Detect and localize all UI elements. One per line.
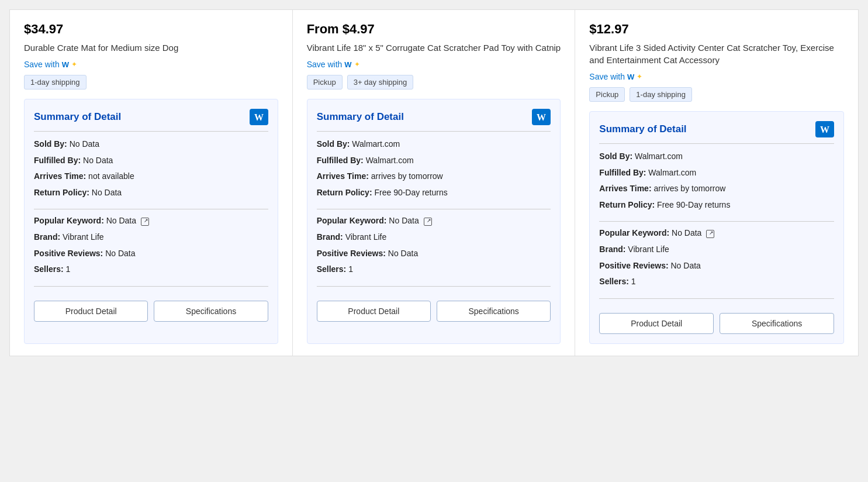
save-with-text: Save with: [589, 72, 625, 81]
external-link-icon[interactable]: [706, 230, 714, 238]
svg-text:W: W: [254, 112, 264, 122]
product-card-3: $12.97Vibrant Life 3 Sided Activity Cent…: [575, 10, 858, 356]
detail-row: Return Policy: Free 90-Day returns: [317, 187, 551, 199]
detail-row: Positive Reviews: No Data: [599, 260, 834, 272]
detail-row: Return Policy: No Data: [34, 187, 268, 199]
svg-text:W: W: [537, 112, 546, 122]
summary-title: Summary of Detail: [317, 111, 404, 123]
detail-row: Sellers: 1: [34, 264, 268, 276]
detail-row: Brand: Vibrant Life: [599, 244, 834, 256]
detail-row: Sold By: Walmart.com: [599, 151, 834, 163]
summary-title: Summary of Detail: [34, 111, 121, 123]
shipping-badges: Pickup1-day shipping: [589, 87, 844, 102]
walmart-logo-icon: W: [250, 109, 268, 125]
detail-row: Arrives Time: arrives by tomorrow: [599, 183, 834, 195]
specifications-button[interactable]: Specifications: [720, 313, 834, 334]
product-title: Durable Crate Mat for Medium size Dog: [24, 42, 278, 54]
popular-keyword-row: Popular Keyword: No Data: [317, 215, 551, 227]
detail-row: Sold By: Walmart.com: [317, 139, 551, 150]
detail-row: Positive Reviews: No Data: [34, 248, 268, 260]
walmart-plus-w: W: [344, 60, 351, 69]
product-detail-button[interactable]: Product Detail: [34, 301, 148, 322]
external-link-icon[interactable]: [141, 218, 149, 226]
product-price: $34.97: [24, 22, 278, 37]
detail-divider-2: [317, 286, 551, 287]
detail-row: Sellers: 1: [317, 264, 551, 276]
save-with-banner[interactable]: Save with W✦: [24, 60, 278, 69]
summary-box: Summary of Detail W Sold By: No DataFulf…: [24, 99, 278, 344]
shipping-badge: 1-day shipping: [630, 87, 692, 102]
button-row: Product DetailSpecifications: [317, 301, 551, 322]
walmart-logo-icon: W: [532, 109, 551, 125]
summary-header: Summary of Detail W: [599, 121, 834, 144]
shipping-badge: 1-day shipping: [24, 75, 87, 89]
detail-divider: [599, 221, 834, 222]
svg-text:W: W: [820, 125, 829, 135]
detail-divider: [34, 209, 268, 209]
shipping-badges: 1-day shipping: [24, 75, 278, 89]
detail-row: Brand: Vibrant Life: [317, 232, 551, 243]
shipping-badge: Pickup: [589, 87, 625, 102]
external-link-icon[interactable]: [424, 218, 432, 226]
detail-row: Sellers: 1: [599, 276, 834, 288]
detail-divider-2: [599, 298, 834, 299]
detail-row: Fulfilled By: No Data: [34, 155, 268, 167]
product-price: $12.97: [589, 22, 844, 37]
shipping-badge: Pickup: [307, 75, 343, 89]
product-title: Vibrant Life 18" x 5" Corrugate Cat Scra…: [307, 42, 561, 54]
save-with-banner[interactable]: Save with W✦: [307, 60, 561, 69]
summary-box: Summary of Detail W Sold By: Walmart.com…: [589, 111, 844, 344]
summary-header: Summary of Detail W: [317, 109, 551, 132]
detail-row: Arrives Time: arrives by tomorrow: [317, 171, 551, 183]
popular-keyword-row: Popular Keyword: No Data: [34, 215, 268, 227]
product-detail-button[interactable]: Product Detail: [599, 313, 714, 334]
product-title: Vibrant Life 3 Sided Activity Center Cat…: [589, 42, 844, 66]
button-row: Product DetailSpecifications: [599, 313, 834, 334]
shipping-badges: Pickup3+ day shipping: [307, 75, 561, 89]
specifications-button[interactable]: Specifications: [437, 301, 551, 322]
save-with-text: Save with: [24, 60, 60, 69]
product-detail-button[interactable]: Product Detail: [317, 301, 431, 322]
popular-keyword-row: Popular Keyword: No Data: [599, 228, 834, 239]
walmart-plus-w: W: [62, 60, 69, 69]
product-card-1: $34.97Durable Crate Mat for Medium size …: [10, 10, 293, 356]
detail-divider-2: [34, 286, 268, 287]
walmart-logo-icon: W: [815, 121, 834, 137]
detail-row: Return Policy: Free 90-Day returns: [599, 199, 834, 211]
detail-row: Sold By: No Data: [34, 139, 268, 150]
plus-sparkle: ✦: [71, 60, 77, 68]
walmart-plus-w: W: [627, 73, 634, 81]
save-with-text: Save with: [307, 60, 343, 69]
product-card-2: From $4.97Vibrant Life 18" x 5" Corrugat…: [293, 10, 576, 356]
detail-row: Fulfilled By: Walmart.com: [317, 155, 551, 167]
save-with-banner[interactable]: Save with W✦: [589, 72, 844, 81]
summary-title: Summary of Detail: [599, 123, 686, 135]
detail-row: Positive Reviews: No Data: [317, 248, 551, 260]
detail-row: Brand: Vibrant Life: [34, 232, 268, 243]
plus-sparkle: ✦: [354, 60, 360, 68]
plus-sparkle: ✦: [637, 73, 642, 81]
detail-row: Fulfilled By: Walmart.com: [599, 167, 834, 179]
specifications-button[interactable]: Specifications: [154, 301, 268, 322]
detail-divider: [317, 209, 551, 209]
product-grid: $34.97Durable Crate Mat for Medium size …: [9, 9, 859, 356]
button-row: Product DetailSpecifications: [34, 301, 268, 322]
detail-row: Arrives Time: not available: [34, 171, 268, 183]
summary-header: Summary of Detail W: [34, 109, 268, 132]
product-price: From $4.97: [307, 22, 561, 37]
shipping-badge: 3+ day shipping: [347, 75, 413, 89]
summary-box: Summary of Detail W Sold By: Walmart.com…: [307, 99, 561, 344]
